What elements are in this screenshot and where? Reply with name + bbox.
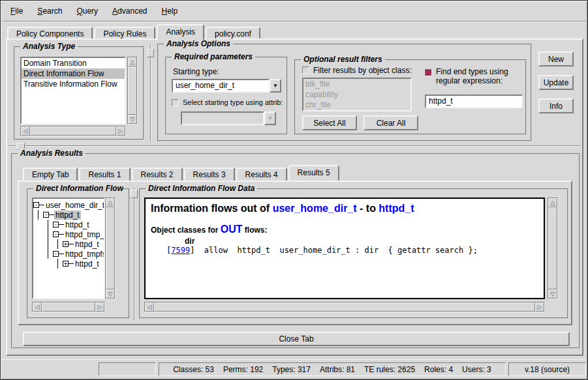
status-bar: Classes: 53 Perms: 192 Types: 317 Attrib… xyxy=(2,359,586,378)
list-item-selected[interactable]: Direct Information Flow xyxy=(22,68,125,79)
expand-icon[interactable]: + xyxy=(63,261,69,267)
tab-empty[interactable]: Empty Tab xyxy=(23,168,78,181)
collapse-icon[interactable]: - xyxy=(33,202,39,208)
sash-handle[interactable] xyxy=(131,190,138,198)
analysis-type-frame: Analysis Type Domain Transition Direct I… xyxy=(14,46,144,140)
scroll-right-icon[interactable]: ▷ xyxy=(535,302,544,312)
analysis-type-hscrollbar[interactable]: ◁ ▷ xyxy=(20,126,126,136)
filter-object-class-label: Filter results by object class: xyxy=(313,66,412,75)
collapse-icon[interactable]: - xyxy=(43,212,49,218)
scroll-thumb[interactable] xyxy=(106,207,115,289)
scroll-down-icon[interactable]: ▽ xyxy=(106,289,115,299)
analysis-type-title: Analysis Type xyxy=(20,42,78,51)
scroll-up-icon[interactable]: △ xyxy=(128,57,137,66)
tab-results-1[interactable]: Results 1 xyxy=(79,168,130,181)
scroll-right-icon[interactable]: ▷ xyxy=(95,302,104,312)
starting-type-combobox[interactable]: user_home_dir_t ▼ xyxy=(172,79,281,93)
menu-query[interactable]: Query xyxy=(69,4,105,18)
filter-object-class-checkbox[interactable] xyxy=(302,66,309,74)
list-item[interactable]: Transitive Information Flow xyxy=(22,79,125,89)
scroll-right-icon[interactable]: ▷ xyxy=(116,126,125,136)
menu-file[interactable]: File xyxy=(3,4,30,18)
attrib-checkbox[interactable] xyxy=(172,99,179,106)
chevron-down-icon: ▼ xyxy=(264,111,276,125)
pane-sash-vertical[interactable] xyxy=(150,45,151,141)
scroll-up-icon[interactable]: △ xyxy=(548,198,557,207)
menu-advanced[interactable]: Advanced xyxy=(105,4,154,18)
tree-node[interactable]: - httpd_tmpfs_t xyxy=(33,249,104,259)
tree-node-label[interactable]: httpd_t xyxy=(74,259,101,269)
collapse-icon[interactable]: - xyxy=(53,231,59,237)
flow-data-hscrollbar[interactable]: ◁ ▷ xyxy=(144,302,545,312)
tree-node-label[interactable]: httpd_tmpfs_t xyxy=(64,250,105,259)
update-button[interactable]: Update xyxy=(538,75,574,90)
stat-perms: Perms: 192 xyxy=(223,365,263,374)
tab-results-3[interactable]: Results 3 xyxy=(184,168,235,181)
tree-node-label[interactable]: httpd_t xyxy=(74,240,101,249)
flow-direction: OUT xyxy=(221,224,243,235)
tab-policy-components[interactable]: Policy Components xyxy=(7,27,93,40)
chevron-down-icon[interactable]: ▼ xyxy=(270,79,281,93)
menu-search[interactable]: Search xyxy=(30,4,69,18)
scroll-left-icon[interactable]: ◁ xyxy=(33,302,42,312)
starting-type-label: Starting type: xyxy=(173,67,219,76)
info-button[interactable]: Info xyxy=(538,98,574,113)
tree-node-label[interactable]: user_home_dir_t xyxy=(44,201,105,210)
scroll-thumb[interactable] xyxy=(30,126,116,136)
to-type: httpd_t xyxy=(379,203,414,214)
collapse-icon[interactable]: - xyxy=(53,222,59,227)
object-class-item: capability xyxy=(303,89,410,100)
tree-node-label[interactable]: httpd_t xyxy=(64,220,91,229)
flow-data-vscrollbar[interactable]: △ ▽ xyxy=(548,197,558,299)
status-box-empty xyxy=(99,362,156,376)
tree-node-label-selected[interactable]: httpd_t xyxy=(54,211,81,220)
analysis-type-listbox[interactable]: Domain Transition Direct Information Flo… xyxy=(20,57,126,124)
tree-node[interactable]: + httpd_t xyxy=(33,239,104,249)
tree-node[interactable]: + httpd_t xyxy=(33,259,104,269)
scroll-thumb[interactable] xyxy=(42,302,95,312)
results-sash-vertical[interactable] xyxy=(134,187,135,320)
flow-tree-hscrollbar[interactable]: ◁ ▷ xyxy=(32,302,105,312)
tree-node[interactable]: - httpd_t xyxy=(33,220,104,229)
tree-node[interactable]: - httpd_tmp_t xyxy=(33,229,104,239)
scroll-left-icon[interactable]: ◁ xyxy=(21,126,30,136)
select-all-button[interactable]: Select All xyxy=(302,115,357,130)
clear-all-button[interactable]: Clear All xyxy=(364,115,418,130)
regex-checkbox-checked[interactable] xyxy=(425,69,432,76)
tab-results-4[interactable]: Results 4 xyxy=(236,168,287,181)
tree-node-label[interactable]: httpd_tmp_t xyxy=(64,230,105,239)
status-box-version: v.18 (source) xyxy=(508,362,586,376)
menu-help[interactable]: Help xyxy=(154,4,185,18)
flow-tree-vscrollbar[interactable]: △ ▽ xyxy=(105,197,116,299)
collapse-icon[interactable]: - xyxy=(53,251,59,257)
results-tab-bar: Empty Tab Results 1 Results 2 Results 3 … xyxy=(23,165,341,181)
tab-policy-rules[interactable]: Policy Rules xyxy=(94,27,155,40)
scroll-up-icon[interactable]: △ xyxy=(106,198,115,207)
flow-data-textarea[interactable]: Information flows out of user_home_dir_t… xyxy=(144,197,545,299)
tab-policy-conf[interactable]: policy.conf xyxy=(206,27,260,40)
scroll-thumb[interactable] xyxy=(128,66,137,115)
new-button[interactable]: New xyxy=(538,51,574,66)
sash-handle[interactable] xyxy=(147,49,154,57)
scroll-left-icon[interactable]: ◁ xyxy=(145,302,154,312)
analysis-type-vscrollbar[interactable]: △ ▽ xyxy=(127,57,138,124)
tab-analysis[interactable]: Analysis xyxy=(157,24,204,40)
tree-node[interactable]: - httpd_t xyxy=(33,210,104,220)
expand-icon[interactable]: + xyxy=(63,241,69,247)
scroll-down-icon[interactable]: ▽ xyxy=(128,115,137,124)
list-item[interactable]: Domain Transition xyxy=(22,58,125,68)
rule-id-link[interactable]: 7599 xyxy=(171,246,190,255)
scroll-down-icon[interactable]: ▽ xyxy=(548,289,557,299)
scroll-thumb[interactable] xyxy=(154,302,535,312)
scroll-thumb[interactable] xyxy=(548,207,557,289)
tree-node[interactable]: - user_home_dir_t xyxy=(33,200,104,210)
starting-type-value[interactable]: user_home_dir_t xyxy=(172,79,270,93)
flow-tree[interactable]: - user_home_dir_t - httpd_t - httpd_t xyxy=(32,197,105,299)
main-tab-bar: Policy Components Policy Rules Analysis … xyxy=(7,24,262,40)
tab-results-5[interactable]: Results 5 xyxy=(288,165,339,181)
pane-sash-horizontal[interactable] xyxy=(8,145,581,147)
tab-results-2[interactable]: Results 2 xyxy=(132,168,183,181)
regex-input[interactable]: httpd_t xyxy=(425,95,523,108)
close-tab-button[interactable]: Close Tab xyxy=(23,332,570,346)
attrib-combobox-disabled: ▼ xyxy=(181,111,276,125)
